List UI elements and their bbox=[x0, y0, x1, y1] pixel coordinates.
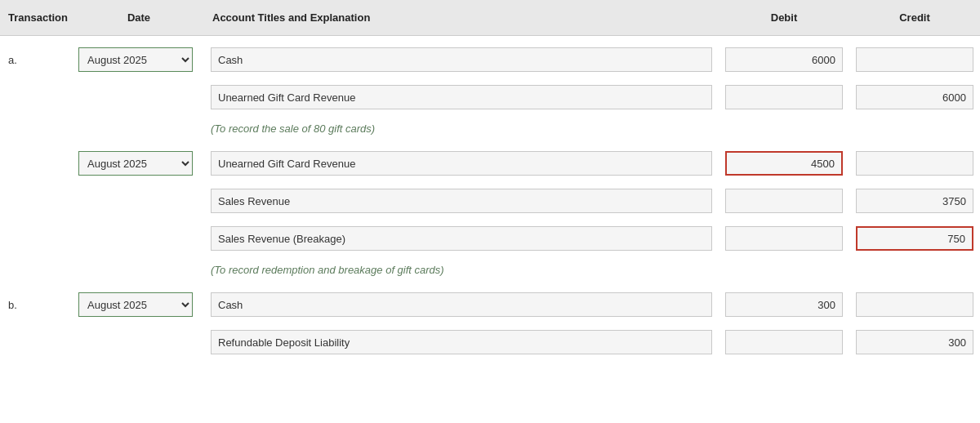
account-input-a2[interactable] bbox=[211, 85, 712, 109]
debit-cell-a4 bbox=[719, 185, 849, 216]
credit-input-a2[interactable] bbox=[856, 85, 973, 109]
debit-input-a4[interactable] bbox=[725, 189, 843, 213]
account-cell-a3 bbox=[204, 148, 719, 179]
credit-cell-a1 bbox=[849, 44, 980, 75]
header-transaction: Transaction bbox=[0, 8, 74, 27]
account-cell-a4 bbox=[204, 185, 719, 216]
credit-input-b1[interactable] bbox=[856, 292, 973, 317]
header-date: Date bbox=[74, 8, 204, 27]
debit-cell-b1 bbox=[719, 289, 849, 320]
debit-input-a1[interactable] bbox=[725, 47, 843, 72]
account-cell-b1 bbox=[204, 289, 719, 320]
note-row-a2: (To record redemption and breakage of gi… bbox=[0, 260, 980, 279]
table-row: b. August 2025 bbox=[0, 289, 980, 320]
table-row: August 2025 bbox=[0, 148, 980, 179]
date-cell-a1: August 2025 bbox=[74, 44, 204, 75]
credit-input-a5[interactable] bbox=[856, 226, 973, 251]
debit-cell-a2 bbox=[719, 82, 849, 113]
debit-cell-a5 bbox=[719, 223, 849, 254]
credit-cell-b2 bbox=[849, 327, 980, 358]
table-row bbox=[0, 185, 980, 216]
credit-cell-b1 bbox=[849, 289, 980, 320]
journal-table: Transaction Date Account Titles and Expl… bbox=[0, 0, 980, 423]
credit-input-a4[interactable] bbox=[856, 189, 973, 213]
table-header: Transaction Date Account Titles and Expl… bbox=[0, 0, 980, 36]
account-cell-a2 bbox=[204, 82, 719, 113]
debit-input-a5[interactable] bbox=[725, 226, 843, 251]
credit-input-b2[interactable] bbox=[856, 330, 973, 354]
account-input-a4[interactable] bbox=[211, 189, 712, 213]
note-a1: (To record the sale of 80 gift cards) bbox=[204, 119, 719, 138]
table-content: a. August 2025 bbox=[0, 36, 980, 372]
debit-input-a2[interactable] bbox=[725, 85, 843, 109]
account-cell-a5 bbox=[204, 223, 719, 254]
note-a2: (To record redemption and breakage of gi… bbox=[204, 260, 719, 279]
header-account: Account Titles and Explanation bbox=[204, 8, 719, 27]
credit-cell-a5 bbox=[849, 223, 980, 254]
date-cell-b1: August 2025 bbox=[74, 289, 204, 320]
account-input-a1[interactable] bbox=[211, 47, 712, 72]
credit-cell-a4 bbox=[849, 185, 980, 216]
debit-cell-a3 bbox=[719, 148, 849, 179]
date-select-b1[interactable]: August 2025 bbox=[78, 292, 193, 317]
debit-input-b1[interactable] bbox=[725, 292, 843, 317]
transaction-b-label: b. bbox=[0, 296, 74, 314]
table-row: a. August 2025 bbox=[0, 44, 980, 75]
account-input-a5[interactable] bbox=[211, 226, 712, 251]
debit-cell-b2 bbox=[719, 327, 849, 358]
debit-cell-a1 bbox=[719, 44, 849, 75]
account-cell-b2 bbox=[204, 327, 719, 358]
date-select-a1[interactable]: August 2025 bbox=[78, 47, 193, 72]
note-row-a1: (To record the sale of 80 gift cards) bbox=[0, 119, 980, 138]
account-cell-a1 bbox=[204, 44, 719, 75]
header-debit: Debit bbox=[719, 8, 849, 27]
table-row bbox=[0, 223, 980, 254]
account-input-b1[interactable] bbox=[211, 292, 712, 317]
credit-cell-a2 bbox=[849, 82, 980, 113]
table-row bbox=[0, 82, 980, 113]
account-input-b2[interactable] bbox=[211, 330, 712, 354]
debit-input-a3[interactable] bbox=[725, 151, 843, 176]
date-cell-a3: August 2025 bbox=[74, 148, 204, 179]
credit-cell-a3 bbox=[849, 148, 980, 179]
debit-input-b2[interactable] bbox=[725, 330, 843, 354]
account-input-a3[interactable] bbox=[211, 151, 712, 176]
credit-input-a1[interactable] bbox=[856, 47, 973, 72]
credit-input-a3[interactable] bbox=[856, 151, 973, 176]
date-select-a3[interactable]: August 2025 bbox=[78, 151, 193, 176]
table-row bbox=[0, 327, 980, 358]
transaction-a-label: a. bbox=[0, 51, 74, 69]
header-credit: Credit bbox=[849, 8, 980, 27]
